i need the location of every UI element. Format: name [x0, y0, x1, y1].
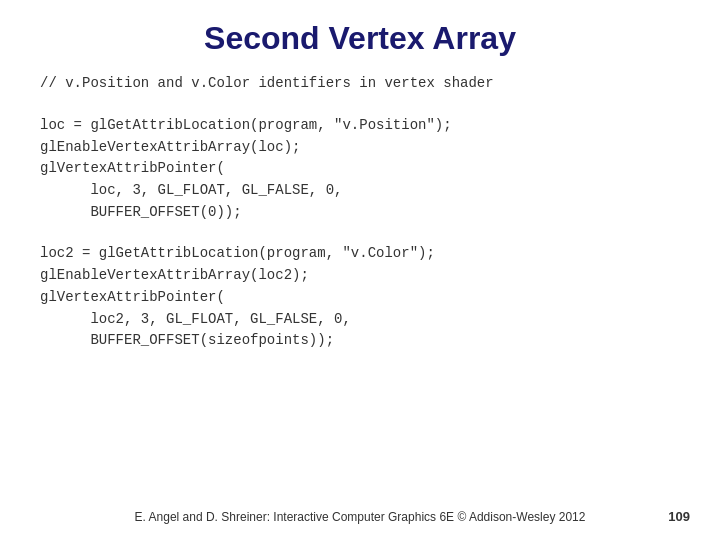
code-line-1-2: glEnableVertexAttribArray(loc); [40, 137, 680, 159]
code-line-1-3: glVertexAttribPointer( [40, 158, 680, 180]
page-title: Second Vertex Array [40, 20, 680, 57]
code-line-2-5: BUFFER_OFFSET(sizeofpoints)); [40, 330, 680, 352]
subtitle-comment: // v.Position and v.Color identifiers in… [40, 75, 680, 91]
code-line-1-5: BUFFER_OFFSET(0)); [40, 202, 680, 224]
code-block-1: loc = glGetAttribLocation(program, "v.Po… [40, 115, 680, 223]
code-line-2-2: glEnableVertexAttribArray(loc2); [40, 265, 680, 287]
code-block-2: loc2 = glGetAttribLocation(program, "v.C… [40, 243, 680, 351]
code-line-2-3: glVertexAttribPointer( [40, 287, 680, 309]
page-number: 109 [668, 509, 690, 524]
code-line-2-1: loc2 = glGetAttribLocation(program, "v.C… [40, 243, 680, 265]
page-container: Second Vertex Array // v.Position and v.… [0, 0, 720, 540]
code-line-1-4: loc, 3, GL_FLOAT, GL_FALSE, 0, [40, 180, 680, 202]
footer-text: E. Angel and D. Shreiner: Interactive Co… [135, 510, 586, 524]
footer: E. Angel and D. Shreiner: Interactive Co… [0, 510, 720, 524]
code-line-2-4: loc2, 3, GL_FLOAT, GL_FALSE, 0, [40, 309, 680, 331]
code-line-1-1: loc = glGetAttribLocation(program, "v.Po… [40, 115, 680, 137]
